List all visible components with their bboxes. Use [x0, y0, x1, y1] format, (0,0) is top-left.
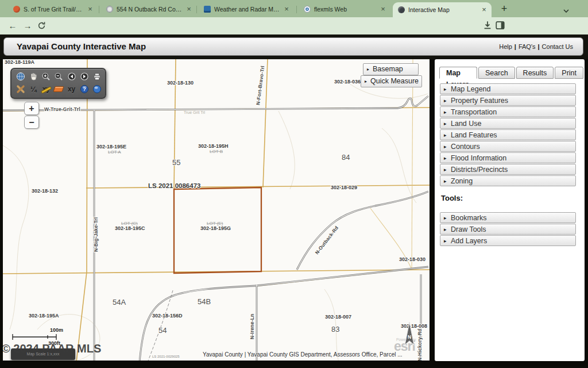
tab-close-button[interactable]: × — [185, 5, 193, 14]
map-label-54a: 54A — [113, 298, 126, 306]
link-separator: | — [537, 43, 540, 50]
map-zoom-out-button[interactable]: − — [24, 116, 39, 129]
reload-button[interactable] — [34, 19, 48, 33]
accordion-item-flood-information[interactable]: ▸Flood Information — [440, 152, 576, 163]
header-link-help[interactable]: Help — [497, 43, 514, 50]
map-label-302-18-029: 302-18-029 — [331, 185, 357, 190]
accordion-item-transportation[interactable]: ▸Transportation — [440, 106, 576, 117]
browser-tab-554-n-outback-rd-counter-of[interactable]: 554 N Outback Rd Counter Of× — [101, 3, 196, 15]
map-label-302-18-030: 302-18-030 — [399, 256, 425, 262]
identify-icon[interactable] — [92, 84, 102, 94]
panel-tabs: Map LayersSearchResultsPrint — [439, 67, 585, 79]
accordion-item-property-features[interactable]: ▸Property Features — [440, 95, 576, 106]
eraser-body — [53, 86, 64, 92]
xy-coordinates-icon[interactable]: xy — [67, 84, 77, 94]
browser-tab-weather-and-radar-map-for-w[interactable]: Weather and Radar Map for W× — [199, 3, 294, 15]
map-toolbar-row-1 — [16, 71, 102, 82]
back-button[interactable]: ← — [6, 19, 20, 33]
chevron-right-icon: ▸ — [444, 130, 447, 140]
accordion-item-bookmarks[interactable]: ▸Bookmarks — [440, 212, 576, 223]
map-label-302-18-195c: 302-18-195C — [115, 225, 145, 231]
accordion-label: Land Use — [451, 120, 482, 128]
chevron-right-icon: ▸ — [444, 176, 447, 186]
map-label-302-18-007: 302-18-007 — [325, 314, 351, 320]
measure-icon[interactable] — [16, 84, 26, 94]
zoom-in-icon[interactable] — [41, 71, 51, 82]
quick-measure-button[interactable]: ▸ Quick Measure — [361, 75, 422, 87]
set-xy-icon[interactable]: xy — [41, 84, 51, 94]
chevron-right-icon: ▸ — [444, 118, 447, 129]
browser-tab-flexmls-web[interactable]: flexmls Web× — [299, 3, 390, 15]
chevron-right-icon: ▸ — [444, 236, 447, 246]
accordion-item-draw-tools[interactable]: ▸Draw Tools — [440, 224, 576, 235]
accordion-label: Land Features — [451, 131, 497, 139]
accordion-item-map-legend[interactable]: ▸Map Legend — [440, 83, 576, 94]
side-panel-icon[interactable] — [495, 20, 506, 32]
basemap-button[interactable]: ▸ Basemap — [363, 63, 419, 75]
map-canvas[interactable]: 302-18-119A302-18-130302-18-036302-18-19… — [3, 59, 430, 361]
tab-favicon — [398, 6, 405, 13]
accordion-label: Draw Tools — [451, 225, 486, 233]
chevron-right-icon: ▸ — [444, 84, 447, 94]
panel-tab-map-layers[interactable]: Map Layers — [439, 67, 477, 79]
tab-close-button[interactable]: × — [86, 5, 94, 14]
accordion-item-land-features[interactable]: ▸Land Features — [440, 129, 576, 140]
panel-tab-results[interactable]: Results — [516, 67, 554, 79]
page-header-band: Yavapai County Interactive Map Help|FAQ'… — [0, 34, 588, 59]
tab-title: S. of True Grit Trail/Avey | Tran — [24, 3, 85, 15]
accordion-item-add-layers[interactable]: ▸Add Layers — [440, 235, 576, 246]
header-link-contact-us[interactable]: Contact Us — [540, 43, 575, 50]
forward-button[interactable]: → — [21, 19, 34, 33]
accordion-item-land-use[interactable]: ▸Land Use — [440, 118, 576, 129]
zoom-out-icon[interactable] — [53, 71, 64, 82]
browser-tab-s-of-true-grit-trail-avey-tran[interactable]: S. of True Grit Trail/Avey | Tran× — [8, 3, 98, 15]
map-label-302-18-156d: 302-18-156D — [152, 313, 183, 319]
panel-tab-search[interactable]: Search — [478, 67, 515, 79]
map-label-54b: 54B — [198, 297, 211, 306]
map-label-55: 55 — [172, 158, 180, 167]
quarter-section-icon[interactable]: ¼ — [28, 84, 38, 94]
tab-close-button[interactable]: × — [379, 5, 387, 14]
browser-tab-interactive-map[interactable]: Interactive Map× — [393, 2, 492, 17]
pan-hand-icon[interactable] — [28, 71, 38, 82]
download-icon[interactable] — [482, 20, 494, 32]
accordion-label: Transportation — [451, 108, 497, 116]
print-icon[interactable] — [92, 71, 102, 82]
accordion-item-zoning[interactable]: ▸Zoning — [440, 175, 576, 186]
side-panel: Map LayersSearchResultsPrint ▸Map Legend… — [435, 59, 585, 361]
next-extent-icon[interactable] — [79, 71, 90, 82]
new-tab-button[interactable]: + — [497, 2, 511, 16]
tab-close-button[interactable]: × — [480, 5, 488, 14]
tab-search-chevron-icon[interactable] — [563, 5, 570, 16]
tab-title: 554 N Outback Rd Counter Of — [117, 3, 184, 15]
road-label-irene: N-Irene-Ln — [249, 314, 255, 340]
tab-separator — [196, 6, 197, 13]
previous-extent-icon[interactable] — [67, 71, 77, 82]
chevron-right-icon: ▸ — [444, 141, 447, 152]
zoom-control: + − — [24, 102, 39, 129]
panel-tab-print[interactable]: Print — [555, 67, 583, 79]
chevron-right-icon: ▸ — [367, 64, 369, 75]
accordion-item-contours[interactable]: ▸Contours — [440, 141, 576, 152]
zoom-to-full-extent-icon[interactable] — [16, 71, 26, 82]
accordion-label: Zoning — [451, 177, 473, 185]
map-toolbar: ¼ xy xy ? — [10, 68, 106, 99]
accordion-label: Map Legend — [451, 85, 491, 93]
road-label-true-grit-faint: True Grit Trl — [184, 110, 206, 114]
quick-measure-label: Quick Measure — [370, 77, 419, 85]
map-label-302-18-195e: 302-18-195E — [96, 144, 126, 150]
browser-toolbar: ← → gis.yavapaiaz.gov/v4/map.aspx?search… — [0, 17, 588, 34]
tab-favicon — [204, 6, 211, 13]
chevron-right-icon: ▸ — [444, 95, 447, 106]
browser-window: S. of True Grit Trail/Avey | Tran×554 N … — [0, 0, 588, 368]
map-zoom-in-button[interactable]: + — [24, 102, 39, 115]
eraser-icon[interactable] — [53, 84, 64, 94]
accordion-item-districts-precincts[interactable]: ▸Districts/Precincts — [440, 164, 576, 175]
map-label-302-18-119a: 302-18-119A — [5, 59, 35, 65]
accordion-label: Add Layers — [451, 237, 487, 245]
tools-list: ▸Bookmarks▸Draw Tools▸Add Layers — [440, 212, 576, 247]
header-link-faq-s[interactable]: FAQ's — [517, 43, 537, 50]
help-icon[interactable]: ? — [79, 84, 90, 94]
map-label-83: 83 — [331, 325, 339, 334]
tab-close-button[interactable]: × — [283, 5, 291, 14]
